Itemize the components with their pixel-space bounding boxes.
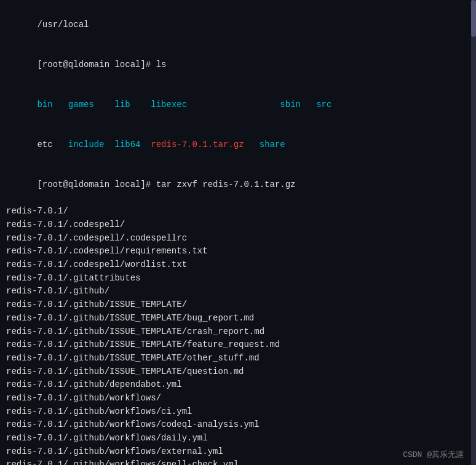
ls-sp1	[53, 100, 68, 109]
extract-line-18: redis-7.0.1/.github/workflows/daily.yml	[6, 432, 470, 445]
ls-sp3	[130, 100, 151, 109]
cmd-tar-line: [root@qldomain local]# tar zxvf redis-7.…	[6, 165, 470, 205]
extract-line-7: redis-7.0.1/.github/	[6, 285, 470, 298]
extract-line-1: redis-7.0.1/	[6, 205, 470, 218]
extract-line-10: redis-7.0.1/.github/ISSUE_TEMPLATE/crash…	[6, 325, 470, 339]
ls-etc: etc	[37, 140, 52, 149]
extract-line-5: redis-7.0.1/.codespell/wordlist.txt	[6, 258, 470, 272]
watermark: CSDN @其乐无涯	[403, 449, 464, 460]
ls-games: games	[68, 100, 94, 109]
prompt-1: [root@qldomain local]#	[37, 60, 156, 70]
extract-line-8: redis-7.0.1/.github/ISSUE_TEMPLATE/	[6, 298, 470, 312]
ls-redis-tar: redis-7.0.1.tar.gz	[151, 140, 244, 149]
ls-sp7	[105, 140, 115, 149]
ls-lib: lib	[114, 100, 130, 109]
extract-line-2: redis-7.0.1/.codespell/	[6, 218, 470, 232]
extract-line-6: redis-7.0.1/.gitattributes	[6, 272, 470, 285]
ls-sp9	[244, 140, 260, 149]
ls-bin: bin	[37, 100, 52, 109]
cmd-ls: ls	[156, 60, 167, 70]
cmd-ls-line: [root@qldomain local]# ls	[6, 45, 470, 85]
path-text: /usr/local	[37, 20, 89, 30]
ls-share: share	[260, 140, 285, 149]
ls-sp8	[141, 140, 151, 149]
extract-line-19: redis-7.0.1/.github/workflows/external.y…	[6, 445, 470, 459]
terminal-content: /usr/local [root@qldomain local]# ls bin…	[0, 0, 476, 465]
extract-line-11: redis-7.0.1/.github/ISSUE_TEMPLATE/featu…	[6, 338, 470, 352]
scrollbar-thumb[interactable]	[471, 0, 476, 37]
ls-row-1: bin games lib libexec sbin src	[6, 85, 470, 125]
ls-sp6	[53, 140, 68, 149]
ls-libexec: libexec	[151, 100, 187, 109]
prompt-2: [root@qldomain local]#	[37, 180, 156, 189]
cmd-tar: tar zxvf redis-7.0.1.tar.gz	[156, 180, 296, 189]
ls-include: include	[68, 140, 105, 149]
extract-line-17: redis-7.0.1/.github/workflows/codeql-ana…	[6, 418, 470, 432]
ls-sp2	[94, 100, 115, 109]
ls-sp4	[187, 100, 280, 109]
ls-lib64: lib64	[114, 140, 140, 149]
scrollbar[interactable]	[471, 0, 476, 465]
extract-line-9: redis-7.0.1/.github/ISSUE_TEMPLATE/bug_r…	[6, 312, 470, 325]
terminal-window: /usr/local [root@qldomain local]# ls bin…	[0, 0, 476, 465]
ls-sbin: sbin	[280, 100, 301, 109]
watermark-text: CSDN @其乐无涯	[403, 450, 464, 459]
extract-line-3: redis-7.0.1/.codespell/.codespellrc	[6, 232, 470, 245]
extract-line-4: redis-7.0.1/.codespell/requirements.txt	[6, 245, 470, 258]
ls-row-2: etc include lib64 redis-7.0.1.tar.gz sha…	[6, 125, 470, 165]
ls-src: src	[316, 100, 331, 109]
extract-line-14: redis-7.0.1/.github/dependabot.yml	[6, 378, 470, 392]
extract-line-16: redis-7.0.1/.github/workflows/ci.yml	[6, 405, 470, 419]
extract-line-12: redis-7.0.1/.github/ISSUE_TEMPLATE/other…	[6, 352, 470, 365]
ls-sp5	[301, 100, 316, 109]
path-line: /usr/local	[6, 5, 470, 45]
extract-line-13: redis-7.0.1/.github/ISSUE_TEMPLATE/quest…	[6, 365, 470, 379]
extract-line-15: redis-7.0.1/.github/workflows/	[6, 392, 470, 405]
extract-line-20: redis-7.0.1/.github/workflows/spell-chec…	[6, 458, 470, 465]
